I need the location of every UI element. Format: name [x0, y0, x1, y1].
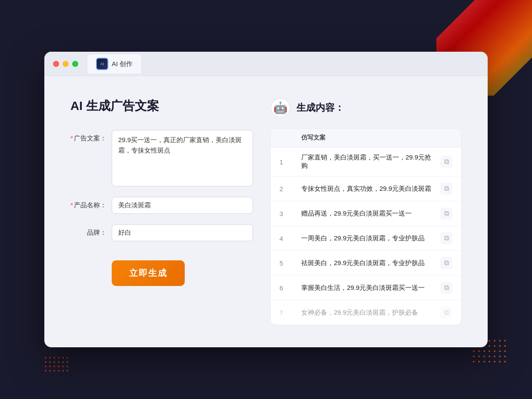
copy-button[interactable]: ⧉ — [440, 156, 452, 168]
form-row-brand: 品牌： — [70, 224, 253, 241]
content-area: AI 生成广告文案 * 广告文案： * 产品名称： 品牌 — [44, 76, 488, 347]
row-number: 7 — [279, 309, 293, 316]
close-button[interactable] — [53, 61, 59, 67]
row-text: 祛斑美白，29.9元美白淡斑霜，专业护肤品 — [301, 259, 432, 267]
row-text: 一周美白，29.9元美白淡斑霜，专业护肤品 — [301, 234, 432, 243]
table-row: 7 女神必备，29.9元美白淡斑霜，护肤必备 ⧉ — [271, 300, 461, 325]
row-number: 3 — [279, 210, 293, 217]
table-row: 2 专抹女性斑点，真实功效，29.9元美白淡斑霜 ⧉ — [271, 176, 461, 201]
product-name-label: * 产品名称： — [70, 197, 112, 209]
table-row: 3 赠品再送，29.9元美白淡斑霜买一送一 ⧉ — [271, 201, 461, 226]
results-list: 1 厂家直销，美白淡斑霜，买一送一，29.9元抢购 ⧉ 2 专抹女性斑点，真实功… — [271, 147, 461, 325]
col-num-header — [279, 134, 293, 142]
table-row: 5 祛斑美白，29.9元美白淡斑霜，专业护肤品 ⧉ — [271, 251, 461, 276]
row-number: 5 — [279, 259, 293, 267]
required-star-product: * — [70, 201, 73, 209]
row-text: 厂家直销，美白淡斑霜，买一送一，29.9元抢购 — [301, 153, 432, 170]
left-panel: AI 生成广告文案 * 广告文案： * 产品名称： 品牌 — [70, 98, 253, 325]
result-table: 仿写文案 1 厂家直销，美白淡斑霜，买一送一，29.9元抢购 ⧉ 2 专抹女性斑… — [270, 128, 462, 325]
title-bar: AI 创作 — [44, 52, 488, 76]
brand-label: 品牌： — [70, 224, 112, 237]
product-name-input[interactable] — [112, 197, 253, 214]
table-header: 仿写文案 — [271, 129, 461, 147]
ad-copy-input[interactable] — [112, 130, 253, 186]
brand-input[interactable] — [112, 224, 253, 241]
copy-button[interactable]: ⧉ — [440, 232, 452, 244]
copy-button[interactable]: ⧉ — [440, 207, 452, 219]
tab-label: AI 创作 — [112, 60, 133, 68]
robot-emoji: 🤖 — [273, 101, 287, 115]
col-action-header — [439, 134, 452, 142]
bg-dots-bottom-left — [43, 356, 70, 373]
row-number: 4 — [279, 235, 293, 242]
table-row: 4 一周美白，29.9元美白淡斑霜，专业护肤品 ⧉ — [271, 226, 461, 251]
row-number: 2 — [279, 185, 293, 193]
ad-copy-label: * 广告文案： — [70, 130, 112, 143]
row-text: 掌握美白生活，29.9元美白淡斑霜买一送一 — [301, 284, 432, 292]
page-title: AI 生成广告文案 — [70, 98, 253, 114]
form-row-ad-copy: * 广告文案： — [70, 130, 253, 186]
row-number: 6 — [279, 284, 293, 292]
ai-tab-icon — [96, 58, 108, 70]
browser-window: AI 创作 AI 生成广告文案 * 广告文案： * 产品名称： — [44, 52, 488, 347]
copy-button[interactable]: ⧉ — [440, 306, 452, 319]
copy-button[interactable]: ⧉ — [440, 183, 452, 195]
row-text: 专抹女性斑点，真实功效，29.9元美白淡斑霜 — [301, 185, 432, 193]
table-row: 1 厂家直销，美白淡斑霜，买一送一，29.9元抢购 ⧉ — [271, 147, 461, 176]
tab-ai-creation[interactable]: AI 创作 — [87, 54, 142, 73]
table-row: 6 掌握美白生活，29.9元美白淡斑霜买一送一 ⧉ — [271, 276, 461, 300]
traffic-lights — [53, 61, 78, 67]
copy-button[interactable]: ⧉ — [440, 257, 452, 269]
result-title: 生成内容： — [296, 101, 344, 114]
row-number: 1 — [279, 158, 293, 166]
copy-button[interactable]: ⧉ — [440, 282, 452, 294]
minimize-button[interactable] — [63, 61, 69, 67]
maximize-button[interactable] — [72, 61, 78, 67]
generate-button[interactable]: 立即生成 — [112, 260, 185, 286]
right-panel: 🤖 生成内容： 仿写文案 1 厂家直销，美白淡斑霜，买一送一，29.9元抢购 ⧉… — [270, 98, 462, 325]
result-header: 🤖 生成内容： — [270, 98, 462, 118]
row-text: 赠品再送，29.9元美白淡斑霜买一送一 — [301, 209, 432, 218]
col-text-header: 仿写文案 — [301, 134, 431, 142]
required-star-ad-copy: * — [70, 134, 73, 142]
form-row-product-name: * 产品名称： — [70, 197, 253, 214]
row-text: 女神必备，29.9元美白淡斑霜，护肤必备 — [301, 309, 432, 317]
robot-icon: 🤖 — [270, 98, 290, 118]
